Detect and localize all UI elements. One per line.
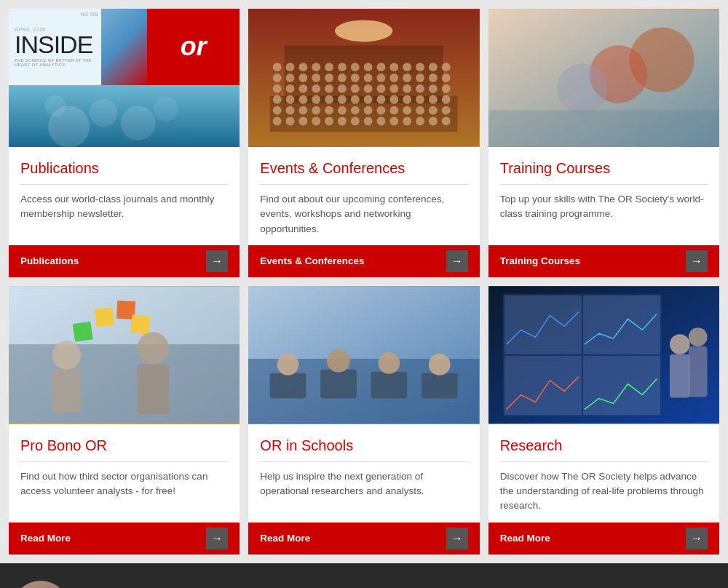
card-footer-schools[interactable]: Read More xyxy=(248,523,479,555)
card-text-training: Top up your skills with The OR Society's… xyxy=(500,192,708,222)
svg-point-57 xyxy=(338,95,347,104)
card-footer-arrow-research[interactable] xyxy=(686,528,708,549)
card-footer-arrow-publications[interactable] xyxy=(206,250,228,272)
card-footer-arrow-probono[interactable] xyxy=(206,528,228,549)
svg-rect-124 xyxy=(583,356,660,415)
svg-point-117 xyxy=(379,352,400,374)
svg-point-51 xyxy=(442,84,451,93)
svg-point-54 xyxy=(299,95,308,104)
svg-point-34 xyxy=(403,74,412,82)
card-footer-events[interactable]: Events & Conferences xyxy=(248,245,479,277)
svg-point-39 xyxy=(286,84,295,93)
card-text-schools: Help us inspire the next generation of o… xyxy=(260,469,467,499)
card-footer-arrow-schools[interactable] xyxy=(446,528,468,549)
testimonial-avatar xyxy=(12,581,70,589)
card-text-publications: Access our world-class journals and mont… xyxy=(20,192,228,222)
svg-rect-101 xyxy=(95,307,114,327)
card-footer-arrow-events[interactable] xyxy=(446,250,468,272)
card-footer-publications[interactable]: Publications xyxy=(9,245,240,277)
svg-point-33 xyxy=(390,74,399,82)
svg-point-75 xyxy=(390,106,399,115)
svg-point-1 xyxy=(90,99,117,127)
svg-point-20 xyxy=(403,63,412,71)
svg-point-55 xyxy=(312,95,321,104)
svg-point-11 xyxy=(286,63,295,71)
svg-point-89 xyxy=(390,117,399,126)
svg-rect-122 xyxy=(583,295,660,354)
svg-point-46 xyxy=(377,84,386,93)
svg-rect-111 xyxy=(270,373,306,399)
svg-point-40 xyxy=(299,84,308,93)
svg-point-37 xyxy=(442,74,451,82)
svg-point-26 xyxy=(299,74,308,82)
svg-point-80 xyxy=(273,117,282,126)
svg-point-48 xyxy=(403,84,412,93)
card-probono: Pro Bono ORFind out how third sector org… xyxy=(9,286,240,555)
svg-point-84 xyxy=(325,117,333,126)
card-title-training: Training Courses xyxy=(500,160,708,185)
svg-point-83 xyxy=(312,117,321,126)
svg-point-88 xyxy=(377,117,386,126)
svg-point-14 xyxy=(325,63,333,71)
svg-point-90 xyxy=(403,117,412,126)
svg-point-3 xyxy=(121,106,156,140)
svg-point-73 xyxy=(364,106,373,115)
card-body-events: Events & ConferencesFind out about our u… xyxy=(248,147,479,245)
card-image-training xyxy=(488,9,719,147)
svg-point-72 xyxy=(351,106,360,115)
card-footer-label-schools: Read More xyxy=(260,533,310,544)
svg-point-92 xyxy=(429,117,438,126)
svg-rect-128 xyxy=(688,346,707,397)
card-footer-label-training: Training Courses xyxy=(500,255,580,266)
card-image-events xyxy=(248,9,479,147)
svg-rect-100 xyxy=(9,344,240,424)
card-footer-label-research: Read More xyxy=(500,533,550,544)
svg-point-12 xyxy=(299,63,308,71)
svg-point-53 xyxy=(286,95,295,104)
svg-point-41 xyxy=(312,84,321,93)
svg-point-52 xyxy=(273,95,282,104)
svg-point-68 xyxy=(299,106,308,115)
card-footer-research[interactable]: Read More xyxy=(488,523,719,555)
svg-point-45 xyxy=(364,84,373,93)
svg-point-56 xyxy=(325,95,333,104)
svg-point-29 xyxy=(338,74,347,82)
card-image-probono xyxy=(9,286,240,424)
svg-point-69 xyxy=(312,106,321,115)
svg-point-78 xyxy=(429,106,438,115)
svg-point-28 xyxy=(325,74,333,82)
svg-point-74 xyxy=(377,106,386,115)
card-publications: APRIL 2018 INSIDE THE SCIENCE OF BETTER … xyxy=(9,9,240,277)
svg-point-2 xyxy=(44,95,66,116)
svg-point-87 xyxy=(364,117,373,126)
svg-point-97 xyxy=(557,63,607,114)
svg-point-67 xyxy=(286,106,295,115)
card-footer-training[interactable]: Training Courses xyxy=(488,245,719,277)
card-schools: OR in SchoolsHelp us inspire the next ge… xyxy=(248,286,479,555)
card-text-research: Discover how The OR Society helps advanc… xyxy=(500,469,708,514)
svg-point-19 xyxy=(390,63,399,71)
svg-point-127 xyxy=(688,327,707,346)
card-image-schools xyxy=(248,286,479,424)
svg-point-71 xyxy=(338,106,347,115)
svg-point-10 xyxy=(273,63,282,71)
card-footer-probono[interactable]: Read More xyxy=(9,523,240,555)
card-footer-arrow-training[interactable] xyxy=(686,250,708,272)
svg-point-21 xyxy=(416,63,424,71)
svg-point-16 xyxy=(351,63,360,71)
svg-point-18 xyxy=(377,63,386,71)
card-image-publications: APRIL 2018 INSIDE THE SCIENCE OF BETTER … xyxy=(9,9,240,147)
svg-point-43 xyxy=(338,84,347,93)
svg-point-17 xyxy=(364,63,373,71)
svg-rect-104 xyxy=(130,314,150,334)
svg-point-32 xyxy=(377,74,386,82)
svg-rect-106 xyxy=(52,370,81,413)
svg-point-86 xyxy=(351,117,360,126)
card-text-probono: Find out how third sector organisations … xyxy=(20,469,228,499)
card-body-schools: OR in SchoolsHelp us inspire the next ge… xyxy=(248,424,479,523)
svg-point-23 xyxy=(442,63,451,71)
card-title-schools: OR in Schools xyxy=(260,437,467,462)
card-text-events: Find out about our upcoming conferences,… xyxy=(260,192,467,237)
svg-point-60 xyxy=(377,95,386,104)
svg-rect-112 xyxy=(320,370,357,399)
